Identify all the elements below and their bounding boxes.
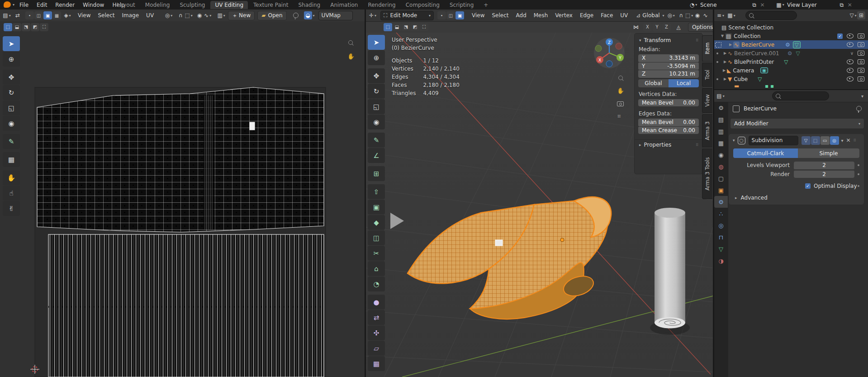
shear-tool[interactable]: ▱ [368, 341, 385, 356]
nav-gizmo[interactable]: Z Y X [593, 37, 626, 69]
collection-eye-icon[interactable] [847, 33, 854, 38]
uv-select-island-icon[interactable]: ▦ [52, 11, 61, 19]
beziercurve001-eye-closed-icon[interactable]: ∨ [850, 51, 854, 56]
image-new-button[interactable]: ＋ New [228, 11, 255, 20]
cursor-tool[interactable]: ⊕ [368, 50, 385, 65]
view-layer-icon[interactable]: ▦▾ [776, 1, 784, 9]
space-local-button[interactable]: Local [669, 79, 699, 87]
uv-proportional-icon[interactable]: ◉ [195, 11, 204, 19]
collection-camera-icon[interactable] [858, 33, 864, 38]
image-datablock-chevron[interactable]: ▾ [313, 14, 315, 18]
snap-badge-icon[interactable]: ◬ [674, 23, 683, 31]
uv-boxselect-extend-icon[interactable]: ⬓ [13, 23, 21, 31]
blueprintouter-eye-icon[interactable] [847, 59, 854, 64]
modifier-render-toggle[interactable]: ◎ [830, 136, 839, 145]
modifier-name-field[interactable]: Subdivision [749, 136, 798, 145]
inset-faces-tool[interactable]: ▣ [368, 200, 385, 215]
modifier-on-cage-toggle[interactable]: ▽ [802, 136, 811, 145]
menu-edit[interactable]: Edit [33, 2, 51, 8]
add-cube-tool[interactable]: ⊞ [368, 166, 385, 181]
vp-falloff-icon[interactable]: ∿ [702, 11, 710, 19]
transform-tool[interactable]: ◉ [368, 115, 385, 129]
median-x-field[interactable]: X3.3143 m [638, 54, 699, 62]
mesh-data-icon[interactable]: ▽ [784, 59, 788, 65]
mirror-x-toggle[interactable]: X [643, 23, 652, 31]
blueprintouter-camera-icon[interactable] [858, 59, 864, 64]
modifier-edit-mode-toggle[interactable]: ⬚ [811, 136, 820, 145]
simple-button[interactable]: Simple [798, 148, 859, 158]
vp-menu-add[interactable]: Add [512, 12, 530, 19]
add-modifier-button[interactable]: Add Modifier▾ [730, 118, 864, 129]
properties-tab-collection[interactable]: ▢ [714, 172, 728, 184]
uv-menu-select[interactable]: Select [94, 12, 118, 19]
transform-panel-title[interactable]: Transform [644, 37, 671, 43]
npanel-tab-tool[interactable]: Tool [702, 62, 712, 87]
menu-file[interactable]: File [15, 2, 33, 8]
uv-canvas[interactable] [0, 33, 365, 377]
uvmap-selector[interactable]: UVMap [318, 11, 353, 20]
uv-select-face-icon[interactable]: ▣ [43, 11, 52, 19]
rotate-tool[interactable]: ↻ [368, 84, 385, 99]
row-collection[interactable]: ▼ ▤ Collection ✓ [714, 32, 868, 40]
vp-menu-vertex[interactable]: Vertex [551, 12, 576, 19]
active-tool-icon[interactable]: ✛▾ [369, 11, 377, 19]
camera-camera-icon[interactable] [858, 68, 864, 73]
uv-select-edge-icon[interactable]: ◫ [34, 11, 43, 19]
image-browse-icon[interactable]: ▥▾ [217, 11, 225, 19]
select-mode-vertex-icon[interactable]: ⬩ [437, 11, 446, 19]
separator-uv-viewport[interactable] [365, 10, 366, 377]
app-menu-chevron[interactable]: ▾ [13, 3, 14, 7]
render-levels-field[interactable]: 2 [794, 171, 854, 178]
uv-menu-uv[interactable]: UV [142, 12, 157, 19]
median-z-field[interactable]: Z10.231 m [638, 70, 699, 78]
view-layer-name[interactable]: View Layer [787, 2, 817, 8]
annotate-tool[interactable]: ✎ [368, 133, 385, 148]
modifier-wrench-icon[interactable]: ⚙ [785, 42, 790, 48]
uv-boxselect-new-icon[interactable]: ⬚ [4, 23, 12, 31]
extrude-region-tool[interactable]: ⇧ [368, 184, 385, 199]
beziercurve-camera-icon[interactable] [858, 42, 864, 47]
mesh-data-icon[interactable]: ▽ [758, 76, 762, 82]
poly-build-tool[interactable]: ⌂ [368, 261, 385, 276]
vp-pan-hand-icon[interactable]: ✋ [617, 87, 624, 94]
properties-tab-object[interactable]: ▣ [714, 184, 728, 196]
advanced-section-header[interactable]: Advanced [741, 195, 768, 201]
tab-compositing[interactable]: Compositing [401, 1, 444, 9]
scene-icon[interactable]: ◔▾ [689, 1, 697, 9]
vp-menu-face[interactable]: Face [597, 12, 617, 19]
mesh-data-icon[interactable]: ▽ [793, 41, 801, 48]
row-scene-collection[interactable]: ▤ Scene Collection [714, 23, 868, 32]
select-mode-edge-icon[interactable]: ◫ [446, 11, 455, 19]
vp-snap-magnet-icon[interactable]: ∩ [677, 11, 685, 19]
modifier-wrench-icon[interactable]: ⚙ [787, 50, 792, 57]
npanel-tab-item[interactable]: Item [702, 35, 712, 62]
knife-tool[interactable]: ✂ [368, 246, 385, 261]
npanel-tab-view[interactable]: View [702, 88, 712, 113]
edge-mean-crease-field[interactable]: Mean Crease0.00 [638, 127, 699, 134]
properties-tab-material[interactable]: ◑ [714, 255, 728, 267]
uv-boxselect-invert-icon[interactable]: ◩ [31, 23, 39, 31]
uv-menu-view[interactable]: View [74, 12, 94, 19]
properties-editor-type-icon[interactable]: ▤▾ [716, 92, 725, 100]
view-layer-copy-icon[interactable]: ⧉ [838, 1, 846, 9]
vp-snap-mode-icon[interactable]: ⬚▾ [685, 11, 693, 19]
uv-pivot-icon[interactable]: ◎▾ [165, 11, 173, 19]
cube-eye-icon[interactable] [847, 76, 854, 81]
npanel-tab-arma3[interactable]: Arma 3 [702, 114, 712, 148]
view-layer-delete-icon[interactable]: ✕ [846, 1, 854, 9]
tab-layout[interactable]: Layout [112, 1, 140, 9]
row-cube[interactable]: ▶ ▼ Cube ▽ [714, 75, 868, 83]
scale-tool[interactable]: ◱ [368, 99, 385, 114]
pin-icon[interactable] [293, 13, 299, 18]
bevel-tool[interactable]: ◆ [368, 215, 385, 230]
orientation-selector[interactable]: ⊿Global▾ [636, 11, 664, 19]
smooth-tool[interactable]: ● [368, 295, 385, 310]
camera-eye-icon[interactable] [847, 68, 854, 73]
vp-proportional-icon[interactable]: ◉ [693, 11, 702, 19]
properties-tab-output[interactable]: ▥ [714, 125, 728, 137]
vp-zoom-icon[interactable] [618, 76, 623, 80]
scene-copy-icon[interactable]: ⧉ [750, 1, 759, 9]
menu-render[interactable]: Render [51, 2, 79, 8]
properties-panel-title[interactable]: Properties [644, 142, 672, 148]
new-collection-icon[interactable]: ⊞ [857, 11, 865, 19]
